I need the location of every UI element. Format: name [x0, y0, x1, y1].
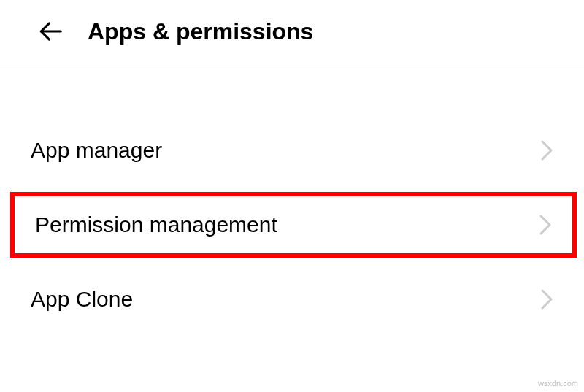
- page-title: Apps & permissions: [88, 18, 313, 45]
- arrow-left-icon: [36, 18, 64, 45]
- highlight-annotation: Permission management: [10, 192, 577, 258]
- chevron-right-icon: [540, 288, 553, 311]
- settings-list: App manager Permission management App Cl…: [0, 66, 584, 331]
- header: Apps & permissions: [0, 0, 584, 66]
- list-item-app-manager[interactable]: App manager: [0, 119, 584, 182]
- list-item-permission-management[interactable]: Permission management: [15, 196, 572, 253]
- chevron-right-icon: [540, 139, 553, 162]
- list-item-label: Permission management: [35, 212, 277, 237]
- chevron-right-icon: [539, 213, 552, 237]
- list-item-label: App manager: [31, 138, 162, 163]
- back-button[interactable]: [36, 18, 64, 45]
- list-item-label: App Clone: [31, 287, 133, 312]
- list-item-app-clone[interactable]: App Clone: [0, 268, 584, 331]
- watermark: wsxdn.com: [538, 379, 578, 388]
